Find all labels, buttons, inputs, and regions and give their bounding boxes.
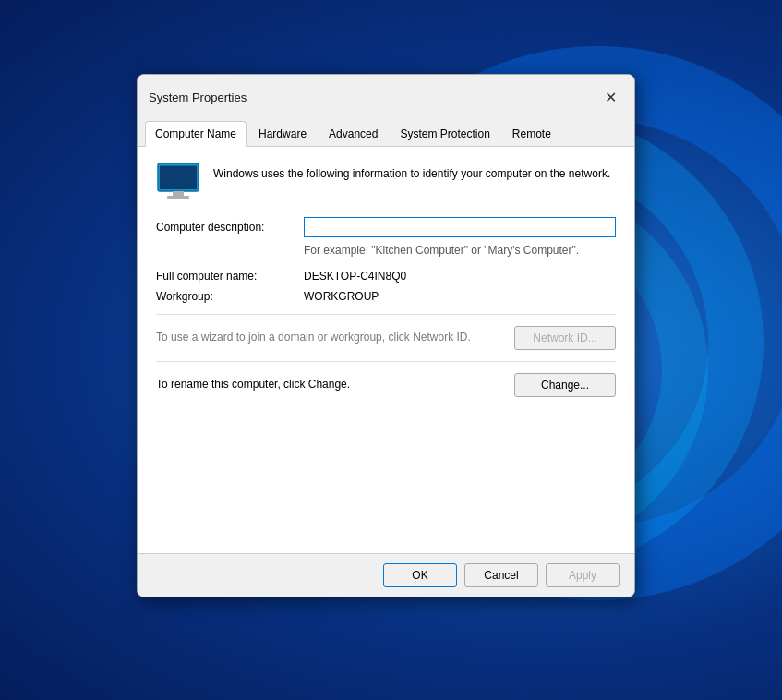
change-section: To rename this computer, click Change. C… xyxy=(156,373,616,397)
full-computer-name-value: DESKTOP-C4IN8Q0 xyxy=(304,270,406,283)
tab-content: Windows uses the following information t… xyxy=(138,147,634,553)
workgroup-label: Workgroup: xyxy=(156,290,304,303)
tab-remote[interactable]: Remote xyxy=(502,121,561,146)
title-bar: System Properties ✕ xyxy=(138,75,634,119)
cancel-button[interactable]: Cancel xyxy=(464,563,538,587)
info-text: Windows uses the following information t… xyxy=(213,162,610,182)
network-id-desc: To use a wizard to join a domain or work… xyxy=(156,330,505,345)
svg-rect-1 xyxy=(160,165,197,189)
info-section: Windows uses the following information t… xyxy=(156,162,616,200)
separator-1 xyxy=(156,314,616,315)
separator-2 xyxy=(156,361,616,362)
network-id-button[interactable]: Network ID... xyxy=(514,326,616,350)
change-button[interactable]: Change... xyxy=(514,373,616,397)
change-desc: To rename this computer, click Change. xyxy=(156,377,505,392)
ok-button[interactable]: OK xyxy=(383,563,457,587)
workgroup-row: Workgroup: WORKGROUP xyxy=(156,290,616,303)
full-computer-name-row: Full computer name: DESKTOP-C4IN8Q0 xyxy=(156,270,616,283)
system-properties-dialog: System Properties ✕ Computer Name Hardwa… xyxy=(137,74,635,597)
dialog-footer: OK Cancel Apply xyxy=(138,553,634,597)
computer-description-hint: For example: "Kitchen Computer" or "Mary… xyxy=(304,243,616,259)
monitor-icon xyxy=(156,162,200,200)
apply-button[interactable]: Apply xyxy=(546,563,620,587)
tab-advanced[interactable]: Advanced xyxy=(319,121,388,146)
computer-description-row: Computer description: xyxy=(156,217,616,237)
close-button[interactable]: ✕ xyxy=(597,84,623,110)
computer-description-input[interactable] xyxy=(304,217,616,237)
dialog-title: System Properties xyxy=(149,91,247,104)
tab-system-protection[interactable]: System Protection xyxy=(390,121,499,146)
tab-computer-name[interactable]: Computer Name xyxy=(145,121,247,147)
tabs-bar: Computer Name Hardware Advanced System P… xyxy=(138,119,634,147)
network-id-section: To use a wizard to join a domain or work… xyxy=(156,326,616,350)
workgroup-value: WORKGROUP xyxy=(304,290,379,303)
full-computer-name-label: Full computer name: xyxy=(156,270,304,283)
svg-rect-3 xyxy=(167,196,189,199)
svg-rect-4 xyxy=(159,164,198,166)
tab-hardware[interactable]: Hardware xyxy=(248,121,317,146)
computer-description-label: Computer description: xyxy=(156,221,304,234)
svg-rect-2 xyxy=(173,191,184,196)
